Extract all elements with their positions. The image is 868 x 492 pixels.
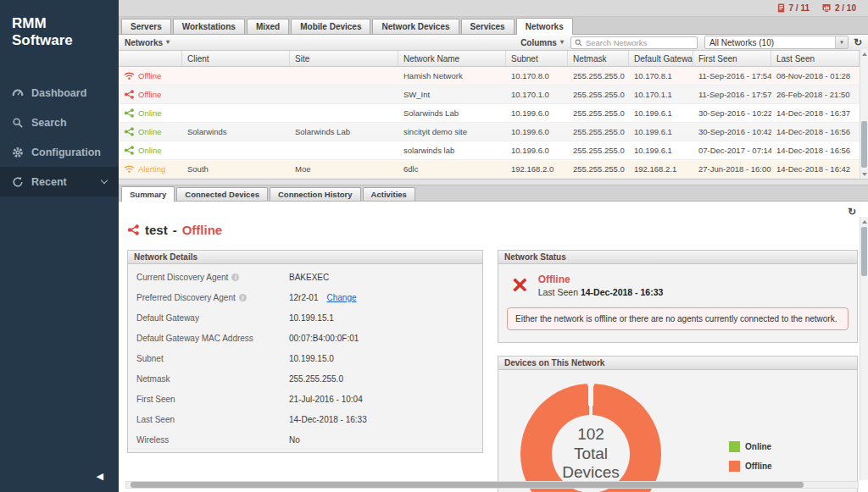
network-filter-select[interactable]: All Networks (10) ▾ <box>704 36 849 49</box>
column-header-client[interactable]: Client <box>182 51 290 66</box>
offline-message: Either the network is offline or there a… <box>507 307 849 330</box>
search-networks-box <box>570 36 698 49</box>
column-header-netmask[interactable]: Netmask <box>568 51 629 66</box>
tab-services[interactable]: Services <box>461 19 515 34</box>
tab-networks[interactable]: Networks <box>516 18 573 35</box>
table-row[interactable]: Alerting South Moe 6dlc 192.168.2.0 255.… <box>119 160 860 179</box>
devices-alert-counter[interactable]: 2 / 10 <box>822 3 856 13</box>
panel-header: Network Status <box>498 251 857 264</box>
sidebar-item-label: Dashboard <box>31 87 86 99</box>
tab-mixed[interactable]: Mixed <box>247 19 289 34</box>
columns-menu-button[interactable]: Columns ▾ <box>520 38 564 47</box>
devices-donut-chart: 102 Total Devices <box>520 384 661 492</box>
sidebar-item-recent[interactable]: Recent <box>0 167 119 196</box>
panel-header: Devices on This Network <box>498 357 857 370</box>
legend-item-online: Online <box>729 441 772 452</box>
detail-scrollbar[interactable] <box>860 217 868 480</box>
scrollbar-thumb[interactable] <box>131 482 804 488</box>
sidebar-item-configuration[interactable]: Configuration <box>0 137 119 167</box>
table-row[interactable]: Offline Hamish Network 10.170.8.0 255.25… <box>119 67 860 86</box>
column-header-site[interactable]: Site <box>290 51 398 66</box>
tab-mobile-devices[interactable]: Mobile Devices <box>291 19 370 34</box>
detail-row: Last Seen 14-Dec-2018 - 16:33 <box>128 409 482 429</box>
app-title: RMM Software <box>0 0 119 78</box>
column-header-default-gateway[interactable]: Default Gateway <box>629 51 693 66</box>
table-scrollbar[interactable] <box>860 49 868 179</box>
networks-menu-button[interactable]: Networks ▾ <box>125 38 170 47</box>
chart-legend: Online Offline <box>729 441 772 472</box>
tab-connection-history[interactable]: Connection History <box>270 187 361 201</box>
network-details-list: Current Discovery Agenti BAKEXEC Preferr… <box>128 264 482 452</box>
tab-servers[interactable]: Servers <box>121 19 171 34</box>
network-name: test <box>145 223 168 237</box>
detail-row: First Seen 21-Jul-2016 - 10:04 <box>128 389 482 409</box>
wifi-icon <box>124 71 135 80</box>
network-icon <box>124 127 135 136</box>
status-badge: Offline <box>138 90 161 99</box>
scroll-down-arrow[interactable] <box>861 170 868 178</box>
table-row[interactable]: Offline SW_Int 10.170.1.0 255.255.255.0 … <box>119 86 860 104</box>
scroll-up-arrow[interactable] <box>861 50 868 58</box>
device-type-tabs: Servers Workstations Mixed Mobile Device… <box>119 17 868 35</box>
network-status-panel: Network Status × Offline Last Seen 14-De… <box>498 250 858 343</box>
panel-header: Network Details <box>128 251 482 264</box>
scrollbar-thumb[interactable] <box>861 121 867 168</box>
refresh-button[interactable]: ↻ <box>848 206 856 218</box>
tab-connected-devices[interactable]: Connected Devices <box>176 187 268 201</box>
detail-row: Default Gateway MAC Address 00:07:B4:00:… <box>128 328 482 348</box>
detail-tabs: Summary Connected Devices Connection His… <box>119 185 868 202</box>
tab-activities[interactable]: Activities <box>363 187 415 201</box>
network-icon <box>127 224 140 235</box>
detail-row: Default Gateway 10.199.15.1 <box>128 307 482 328</box>
sidebar-item-search[interactable]: Search <box>0 108 119 137</box>
status-badge: Online <box>138 127 161 136</box>
tab-summary[interactable]: Summary <box>121 186 175 202</box>
tab-network-devices[interactable]: Network Devices <box>372 19 459 34</box>
offline-x-icon: × <box>512 273 528 296</box>
column-header-subnet[interactable]: Subnet <box>506 51 568 66</box>
status-badge: Online <box>138 146 161 155</box>
column-header-first-seen[interactable]: First Seen <box>693 51 771 66</box>
sidebar-item-label: Recent <box>31 176 67 188</box>
servers-alert-counter[interactable]: 7 / 11 <box>777 3 810 13</box>
change-agent-link[interactable]: Change <box>326 293 356 302</box>
servers-alert-icon <box>777 3 786 13</box>
search-networks-input[interactable] <box>586 38 693 47</box>
gear-icon <box>12 146 24 158</box>
table-row[interactable]: Online solarwinds lab 10.199.6.0 255.255… <box>119 141 860 160</box>
wifi-icon <box>124 164 135 174</box>
pane-splitter[interactable] <box>119 179 868 185</box>
status-badge: Offline <box>538 273 664 285</box>
sidebar-item-label: Configuration <box>31 146 101 158</box>
network-icon <box>124 146 135 155</box>
column-header-status[interactable] <box>119 51 182 66</box>
sidebar-item-dashboard[interactable]: Dashboard <box>0 78 119 108</box>
table-row[interactable]: Online Solarwinds Solarwinds Lab sincity… <box>119 123 860 141</box>
network-icon <box>124 108 135 118</box>
tab-workstations[interactable]: Workstations <box>173 19 245 34</box>
chevron-down-icon <box>101 176 108 183</box>
history-icon <box>12 176 24 188</box>
network-filter-value: All Networks (10) <box>709 38 774 47</box>
detail-row: Netmask 255.255.255.0 <box>128 368 482 389</box>
column-header-last-seen[interactable]: Last Seen <box>771 51 860 66</box>
column-header-network-name[interactable]: Network Name <box>398 51 506 66</box>
status-badge: Online <box>138 108 161 118</box>
online-swatch <box>729 441 740 452</box>
info-icon: i <box>231 274 239 281</box>
sidebar-collapse-button[interactable]: ◀ <box>97 471 103 482</box>
scroll-up-arrow[interactable] <box>861 218 868 225</box>
info-icon: i <box>239 294 247 301</box>
dashboard-icon <box>12 87 24 99</box>
summary-panels: Network Details Current Discovery Agenti… <box>119 250 868 492</box>
detail-row: Current Discovery Agenti BAKEXEC <box>128 267 482 287</box>
search-icon <box>575 39 582 47</box>
scrollbar-thumb[interactable] <box>861 227 867 276</box>
donut-center-label: 102 Total Devices <box>520 384 661 492</box>
table-row[interactable]: Online Solarwinds Lab 10.199.6.0 255.255… <box>119 104 860 123</box>
app-window: RMM Software Dashboard Search Configurat… <box>0 0 868 492</box>
chevron-down-icon: ▾ <box>835 36 848 48</box>
summary-pane: ↻ test - Offline Network Details Current… <box>119 202 868 492</box>
horizontal-scrollbar[interactable] <box>125 481 859 489</box>
refresh-button[interactable]: ↻ <box>854 37 862 47</box>
